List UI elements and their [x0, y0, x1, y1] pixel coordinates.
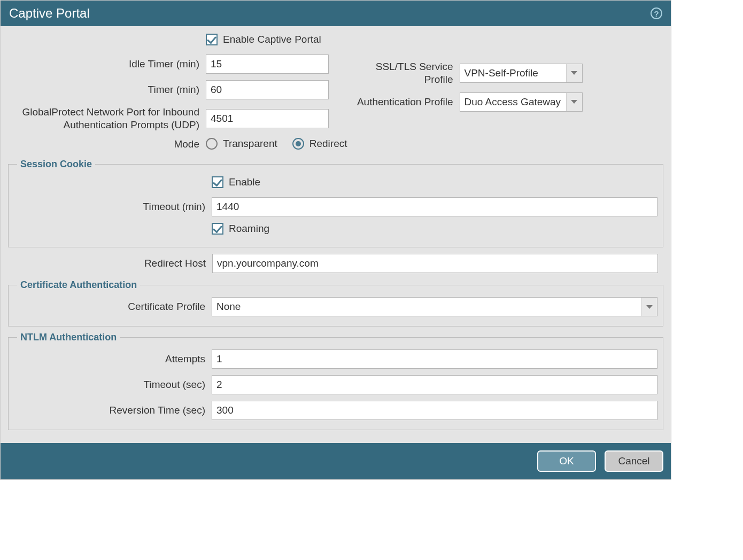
cert-profile-value: None — [216, 301, 241, 313]
gp-port-label: GlobalProtect Network Port for Inbound A… — [8, 106, 206, 131]
mode-redirect-label: Redirect — [309, 138, 347, 150]
radio-icon — [206, 138, 218, 150]
auth-profile-label: Authentication Profile — [347, 96, 460, 108]
session-cookie-legend: Session Cookie — [17, 159, 95, 170]
session-timeout-input[interactable] — [212, 197, 657, 216]
checkbox-icon — [212, 176, 223, 188]
general-section: Enable Captive Portal Idle Timer (min) T… — [8, 34, 663, 157]
ok-button[interactable]: OK — [537, 450, 596, 472]
dialog-body: Enable Captive Portal Idle Timer (min) T… — [1, 26, 671, 443]
ntlm-reversion-label: Reversion Time (sec) — [14, 405, 212, 416]
mode-label: Mode — [8, 138, 206, 151]
auth-profile-select[interactable]: Duo Access Gateway — [460, 92, 583, 112]
ntlm-timeout-label: Timeout (sec) — [14, 379, 212, 391]
idle-timer-label: Idle Timer (min) — [8, 58, 206, 71]
gp-port-input[interactable] — [206, 109, 329, 128]
redirect-host-label: Redirect Host — [8, 257, 212, 270]
ssl-profile-select[interactable]: VPN-Self-Profile — [460, 64, 583, 83]
mode-transparent-label: Transparent — [223, 138, 277, 150]
help-icon[interactable]: ? — [651, 7, 662, 19]
captive-portal-dialog: Captive Portal ? Enable Captive Portal I… — [0, 0, 671, 480]
roaming-checkbox[interactable]: Roaming — [212, 223, 269, 235]
ntlm-attempts-label: Attempts — [14, 353, 212, 365]
cert-profile-label: Certificate Profile — [14, 301, 212, 313]
radio-icon — [292, 138, 304, 150]
session-cookie-fieldset: Session Cookie Enable Timeout (min) — [8, 159, 663, 247]
ssl-profile-value: VPN-Self-Profile — [465, 67, 538, 79]
ssl-profile-label: SSL/TLS Service Profile — [347, 60, 460, 86]
ntlm-auth-legend: NTLM Authentication — [17, 332, 120, 343]
chevron-down-icon — [641, 298, 657, 316]
ntlm-timeout-input[interactable] — [212, 375, 657, 394]
session-enable-label: Enable — [229, 176, 260, 188]
cert-auth-fieldset: Certificate Authentication Certificate P… — [8, 279, 663, 326]
idle-timer-input[interactable] — [206, 55, 329, 74]
redirect-host-input[interactable] — [212, 254, 658, 273]
timer-label: Timer (min) — [8, 83, 206, 96]
timer-input[interactable] — [206, 80, 329, 99]
ntlm-auth-fieldset: NTLM Authentication Attempts Timeout (se… — [8, 332, 663, 430]
general-right-column: SSL/TLS Service Profile VPN-Self-Profile… — [347, 34, 664, 157]
dialog-footer: OK Cancel — [1, 443, 671, 479]
ntlm-reversion-input[interactable] — [212, 401, 657, 420]
chevron-down-icon — [566, 93, 582, 111]
mode-transparent-radio[interactable]: Transparent — [206, 138, 277, 150]
auth-profile-value: Duo Access Gateway — [465, 96, 561, 108]
dialog-titlebar: Captive Portal ? — [1, 1, 671, 26]
cert-auth-legend: Certificate Authentication — [17, 279, 140, 291]
ntlm-attempts-input[interactable] — [212, 349, 657, 369]
dialog-title: Captive Portal — [9, 6, 90, 21]
enable-captive-portal-label: Enable Captive Portal — [223, 34, 321, 45]
chevron-down-icon — [566, 64, 582, 82]
mode-redirect-radio[interactable]: Redirect — [292, 138, 347, 150]
cert-profile-select[interactable]: None — [212, 297, 657, 316]
roaming-label: Roaming — [229, 223, 269, 235]
enable-captive-portal-checkbox[interactable]: Enable Captive Portal — [206, 34, 321, 45]
general-left-column: Enable Captive Portal Idle Timer (min) T… — [8, 34, 347, 157]
session-enable-checkbox[interactable]: Enable — [212, 176, 260, 188]
cancel-button[interactable]: Cancel — [605, 450, 663, 472]
session-timeout-label: Timeout (min) — [14, 201, 212, 213]
checkbox-icon — [206, 34, 218, 45]
checkbox-icon — [212, 223, 223, 235]
